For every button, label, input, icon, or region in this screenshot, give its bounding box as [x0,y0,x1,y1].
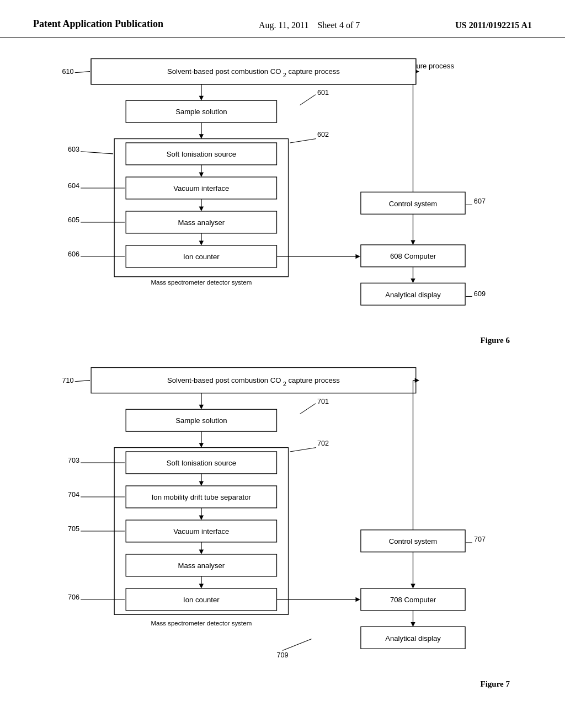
svg-text:Mass analyser: Mass analyser [178,219,225,227]
svg-text:707: 707 [474,536,486,543]
svg-text:706: 706 [68,593,79,601]
svg-text:Analytical display: Analytical display [385,291,441,299]
svg-text:705: 705 [68,525,79,533]
svg-marker-49 [411,279,415,283]
svg-line-94 [290,448,316,452]
figure-7-label: Figure 7 [33,679,532,689]
svg-line-121 [282,639,312,650]
svg-marker-22 [199,241,204,245]
svg-text:Vacuum interface: Vacuum interface [173,527,229,536]
svg-marker-5 [199,96,204,100]
svg-line-31 [290,139,316,143]
page-content: Solvent-based post combustion CO 2 captu… [0,42,565,727]
svg-text:710: 710 [62,377,74,384]
svg-text:609: 609 [474,291,486,298]
svg-text:Solvent-based post combustion : Solvent-based post combustion CO 2 captu… [167,376,340,387]
svg-marker-45 [411,240,415,245]
svg-text:603: 603 [68,146,79,153]
svg-marker-14 [199,173,204,177]
publication-title: Patent Application Publication [33,18,163,30]
figure-6-section: Solvent-based post combustion CO 2 captu… [33,53,532,345]
figure-6-label: Figure 6 [33,336,532,345]
svg-text:Ion counter: Ion counter [183,253,220,261]
svg-text:708 Computer: 708 Computer [390,596,436,604]
svg-marker-117 [415,378,419,382]
patent-number: US 2011/0192215 A1 [455,20,532,30]
svg-text:Mass analyser: Mass analyser [178,561,225,570]
svg-text:Vacuum interface: Vacuum interface [173,185,229,193]
svg-text:702: 702 [317,440,329,447]
svg-text:Sample solution: Sample solution [175,108,227,116]
publication-date: Aug. 11, 2011 [259,20,308,30]
svg-marker-108 [411,584,415,588]
publication-date-sheet: Aug. 11, 2011 Sheet 4 of 7 [259,20,360,30]
svg-line-90 [75,381,90,382]
svg-marker-9 [199,135,204,139]
figure-6-diagram: Solvent-based post combustion CO 2 captu… [33,53,532,331]
svg-line-92 [300,404,316,414]
svg-text:606: 606 [68,250,79,258]
svg-text:701: 701 [317,398,329,405]
svg-marker-41 [355,254,360,259]
svg-text:Control system: Control system [389,200,438,208]
svg-marker-81 [199,550,204,554]
svg-text:Mass spectrometer detector sys: Mass spectrometer detector system [151,280,252,286]
svg-text:Soft Ionisation source: Soft Ionisation source [167,151,236,159]
svg-text:Soft Ionisation source: Soft Ionisation source [167,459,236,467]
svg-marker-73 [199,481,204,485]
svg-text:704: 704 [68,491,79,499]
svg-line-27 [75,72,90,73]
svg-marker-77 [199,515,204,520]
svg-line-33 [81,152,113,154]
svg-text:Ion mobility drift tube separa: Ion mobility drift tube separator [152,493,252,501]
svg-marker-64 [199,405,204,409]
svg-marker-85 [199,584,204,588]
svg-marker-18 [199,207,204,211]
svg-text:610: 610 [62,68,74,76]
svg-text:703: 703 [68,457,79,464]
svg-text:602: 602 [317,131,329,139]
svg-text:Ion counter: Ion counter [183,596,220,604]
svg-text:Analytical display: Analytical display [385,634,441,643]
svg-marker-68 [199,443,204,447]
svg-text:608 Computer: 608 Computer [390,253,436,261]
svg-line-29 [300,95,316,105]
svg-text:Sample solution: Sample solution [175,416,227,425]
svg-marker-104 [355,597,360,602]
page-header: Patent Application Publication Aug. 11, … [0,0,565,38]
svg-text:601: 601 [317,89,329,97]
figure-7-section: Solvent-based post combustion CO 2 captu… [33,362,532,689]
svg-text:709: 709 [276,651,288,659]
svg-text:604: 604 [68,182,79,190]
svg-text:605: 605 [68,216,79,224]
sheet-info: Sheet 4 of 7 [317,20,360,30]
svg-text:607: 607 [474,198,486,206]
svg-text:Mass spectrometer detector sys: Mass spectrometer detector system [151,620,252,627]
figure-7-diagram: Solvent-based post combustion CO 2 captu… [33,362,532,675]
svg-marker-112 [411,622,415,627]
svg-text:Control system: Control system [389,537,438,545]
